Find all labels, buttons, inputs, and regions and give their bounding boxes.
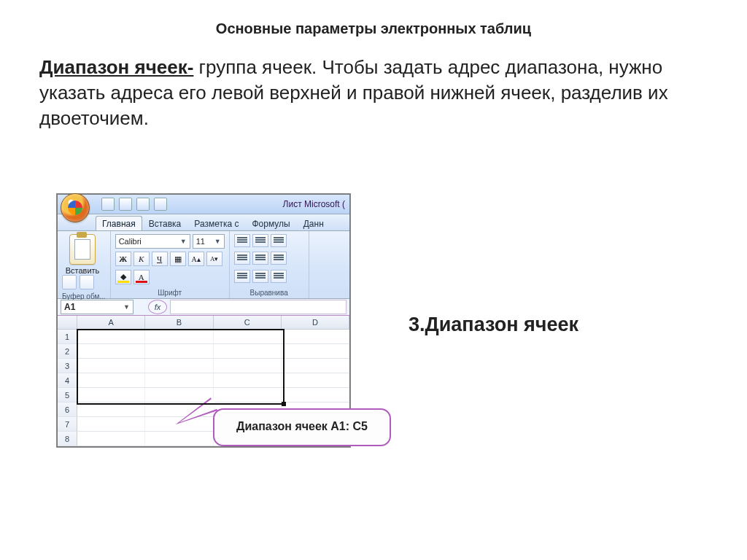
cell[interactable] — [214, 359, 282, 373]
term: Диапазон ячеек- — [39, 56, 193, 78]
cell[interactable] — [77, 388, 145, 402]
cell[interactable] — [145, 330, 213, 343]
bold-button[interactable]: Ж — [115, 252, 131, 266]
indent-dec-button[interactable] — [234, 270, 250, 283]
align-left-button[interactable] — [234, 252, 250, 265]
group-alignment: Выравнива — [230, 231, 309, 298]
cell[interactable] — [145, 359, 213, 373]
col-header-a[interactable]: A — [77, 316, 145, 329]
formula-bar: A1▼ fx — [58, 299, 349, 316]
group-label-align: Выравнива — [234, 287, 304, 297]
chevron-down-icon: ▼ — [123, 303, 130, 311]
callout-box: Диапазон ячеек A1: C5 — [213, 408, 391, 446]
cell[interactable] — [214, 330, 282, 343]
cell[interactable] — [77, 373, 145, 387]
chevron-down-icon: ▼ — [214, 238, 221, 245]
italic-button[interactable]: К — [133, 252, 150, 266]
cell[interactable] — [282, 330, 349, 343]
align-middle-button[interactable] — [252, 234, 268, 247]
grow-font-button[interactable]: A▴ — [188, 252, 204, 266]
titlebar: Лист Microsoft ( — [58, 195, 349, 214]
cell[interactable] — [77, 417, 145, 431]
row-header-3[interactable]: 3 — [58, 359, 77, 373]
copy-icon[interactable] — [80, 275, 94, 289]
cell[interactable] — [77, 330, 145, 343]
row-header-4[interactable]: 4 — [58, 373, 77, 387]
row-header-6[interactable]: 6 — [58, 402, 77, 416]
font-name-value: Calibri — [119, 237, 142, 246]
cell[interactable] — [145, 344, 213, 358]
cell[interactable] — [282, 344, 349, 358]
tab-layout[interactable]: Разметка с — [187, 216, 245, 230]
tab-home[interactable]: Главная — [96, 216, 142, 230]
cell[interactable] — [145, 432, 213, 446]
indent-inc-button[interactable] — [252, 270, 268, 283]
col-header-c[interactable]: C — [214, 316, 282, 329]
align-bottom-button[interactable] — [271, 234, 287, 247]
window-title: Лист Microsoft ( — [283, 199, 345, 209]
name-box[interactable]: A1▼ — [61, 300, 133, 314]
underline-button[interactable]: Ч — [152, 252, 168, 266]
cell[interactable] — [214, 344, 282, 358]
paste-icon[interactable] — [69, 234, 96, 265]
group-label-font: Шрифт — [115, 287, 225, 297]
fill-color-button[interactable]: ◆ — [115, 270, 131, 284]
cell[interactable] — [145, 373, 213, 387]
cell[interactable] — [145, 388, 213, 402]
tab-formulas[interactable]: Формулы — [246, 216, 297, 230]
row-header-8[interactable]: 8 — [58, 432, 77, 446]
font-size-value: 11 — [196, 237, 205, 246]
office-button[interactable] — [61, 193, 90, 222]
row-header-5[interactable]: 5 — [58, 388, 77, 402]
cut-icon[interactable] — [62, 275, 77, 289]
tab-data[interactable]: Данн — [297, 216, 330, 230]
col-header-d[interactable]: D — [282, 316, 349, 329]
formula-input[interactable] — [170, 300, 347, 314]
shrink-font-button[interactable]: A▾ — [206, 252, 222, 266]
cell[interactable] — [282, 373, 349, 387]
font-size-combo[interactable]: 11▼ — [193, 234, 225, 249]
paste-button[interactable]: Вставить — [66, 266, 100, 275]
font-name-combo[interactable]: Calibri▼ — [115, 234, 190, 249]
cell[interactable] — [77, 432, 145, 446]
cell[interactable] — [214, 388, 282, 402]
quick-access-toolbar — [101, 198, 167, 211]
save-icon[interactable] — [101, 198, 115, 211]
cell[interactable] — [77, 359, 145, 373]
group-font: Calibri▼ 11▼ Ж К Ч ▦ A▴ A▾ ◆ А — [111, 231, 230, 298]
border-button[interactable]: ▦ — [170, 252, 186, 266]
redo-icon[interactable] — [136, 198, 150, 211]
cell[interactable] — [214, 373, 282, 387]
cell[interactable] — [77, 402, 145, 416]
align-center-button[interactable] — [252, 252, 268, 265]
row-header-2[interactable]: 2 — [58, 344, 77, 358]
wrap-text-button[interactable] — [271, 270, 287, 283]
name-box-value: A1 — [64, 302, 75, 312]
col-header-b[interactable]: B — [145, 316, 213, 329]
row-header-7[interactable]: 7 — [58, 417, 77, 431]
slide-title: Основные параметры электронных таблиц — [0, 20, 747, 37]
undo-icon[interactable] — [119, 198, 132, 211]
align-right-button[interactable] — [271, 252, 287, 265]
row-header-1[interactable]: 1 — [58, 330, 77, 343]
section-heading: 3.Диапазон ячеек — [409, 314, 578, 336]
group-clipboard: Вставить Буфер обм... — [58, 231, 111, 298]
cell[interactable] — [77, 344, 145, 358]
ribbon-tabs: Главная Вставка Разметка с Формулы Данн — [58, 214, 349, 231]
fx-button[interactable]: fx — [148, 300, 167, 314]
ribbon: Вставить Буфер обм... Calibri▼ 11▼ Ж К Ч — [58, 231, 349, 299]
chevron-down-icon: ▼ — [180, 238, 187, 245]
font-color-button[interactable]: А — [133, 270, 150, 284]
select-all-corner[interactable] — [58, 316, 77, 329]
tab-insert[interactable]: Вставка — [142, 216, 188, 230]
cell[interactable] — [282, 388, 349, 402]
qat-more-icon[interactable] — [154, 198, 167, 211]
body-paragraph: Диапазон ячеек- группа ячеек. Чтобы зада… — [39, 55, 708, 131]
align-top-button[interactable] — [234, 234, 250, 247]
cell[interactable] — [282, 359, 349, 373]
